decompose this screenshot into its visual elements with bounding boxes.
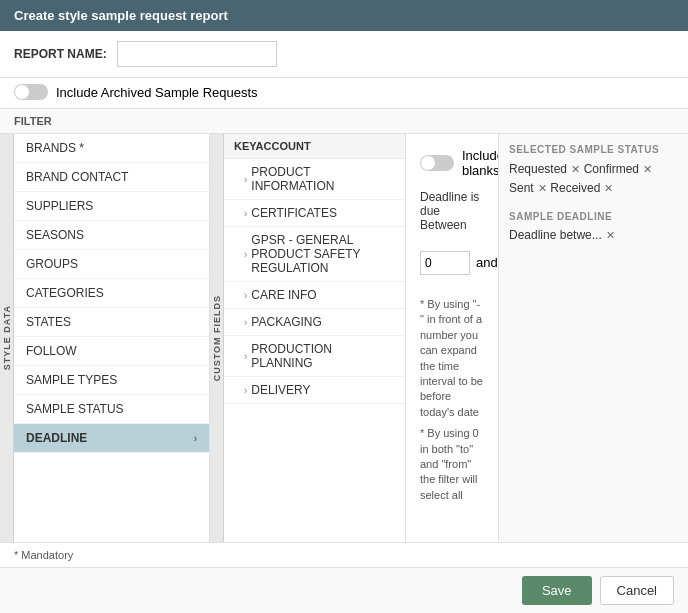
remove-confirmed-button[interactable]: ✕ [643,163,652,176]
filter-item-groups[interactable]: GROUPS [14,250,209,279]
filter-item-brand-contact[interactable]: BRAND CONTACT [14,163,209,192]
filter-item-seasons[interactable]: SEASONS [14,221,209,250]
filter-item-brands[interactable]: BRANDS * [14,134,209,163]
filter-item-follow[interactable]: FOLLOW [14,337,209,366]
modal: Create style sample request report REPOR… [0,0,688,613]
custom-item-delivery[interactable]: › DELIVERY [224,377,405,404]
sample-deadline-label: SAMPLE DEADLINE [509,211,678,222]
remove-deadline-button[interactable]: ✕ [606,229,615,242]
report-name-label: REPORT NAME: [14,47,107,61]
expand-icon: › [244,290,247,301]
filter-item-sample-types[interactable]: SAMPLE TYPES [14,366,209,395]
custom-item-packaging[interactable]: › PACKAGING [224,309,405,336]
status-requested: Requested ✕ [509,162,580,176]
expand-icon: › [244,208,247,219]
filter-item-deadline[interactable]: DEADLINE › [14,424,209,453]
archive-label: Include Archived Sample Requests [56,85,258,100]
save-button[interactable]: Save [522,576,592,605]
right-panel: SELECTED SAMPLE STATUS Requested ✕ Confi… [498,134,688,542]
cancel-button[interactable]: Cancel [600,576,674,605]
style-data-label: STYLE DATA [2,305,12,370]
filter-item-sample-status[interactable]: SAMPLE STATUS [14,395,209,424]
remove-requested-button[interactable]: ✕ [571,163,580,176]
custom-fields-label: CUSTOM FIELDS [212,295,222,381]
date-inputs-row: and day(s) from now * [420,240,484,285]
deadline-badge: Deadline betwe... ✕ [509,228,678,242]
include-blanks-toggle[interactable] [420,155,454,171]
expand-icon: › [244,249,247,260]
cf-wrapper: CUSTOM FIELDS KEYACCOUNT › PRODUCT INFOR… [210,134,406,542]
status-received: Received ✕ [550,181,613,195]
report-name-input[interactable] [117,41,277,67]
expand-icon: › [244,174,247,185]
modal-title: Create style sample request report [14,8,228,23]
main-content: STYLE DATA BRANDS * BRAND CONTACT SUPPLI… [0,134,688,542]
expand-icon: › [244,351,247,362]
middle-content: Include blanks Deadline is due Between a… [406,134,498,542]
archive-row: Include Archived Sample Requests [0,78,688,109]
custom-item-care-info[interactable]: › CARE INFO [224,282,405,309]
remove-sent-button[interactable]: ✕ [538,182,547,195]
and-label: and [476,255,498,270]
modal-header: Create style sample request report [0,0,688,31]
custom-fields-list: KEYACCOUNT › PRODUCT INFORMATION › CERTI… [224,134,406,542]
custom-item-certificates[interactable]: › CERTIFICATES [224,200,405,227]
status-confirmed: Confirmed ✕ [584,162,652,176]
date-note-2: * By using 0 in both "to" and "from" the… [420,426,484,503]
expand-icon: › [244,317,247,328]
filter-list: BRANDS * BRAND CONTACT SUPPLIERS SEASONS… [14,134,210,542]
chevron-right-icon: › [194,433,197,444]
filter-item-states[interactable]: STATES [14,308,209,337]
archive-toggle[interactable] [14,84,48,100]
remove-received-button[interactable]: ✕ [604,182,613,195]
include-blanks-row: Include blanks [420,148,484,178]
custom-fields-tab: CUSTOM FIELDS [210,134,224,542]
expand-icon: › [244,385,247,396]
custom-section-header: KEYACCOUNT [224,134,405,159]
custom-item-product-info[interactable]: › PRODUCT INFORMATION [224,159,405,200]
custom-item-gpsr[interactable]: › GPSR - GENERAL PRODUCT SAFETY REGULATI… [224,227,405,282]
include-blanks-label: Include blanks [462,148,498,178]
mandatory-note: * Mandatory [0,542,688,567]
report-name-row: REPORT NAME: [0,31,688,78]
filter-item-suppliers[interactable]: SUPPLIERS [14,192,209,221]
style-data-tab: STYLE DATA [0,134,14,542]
custom-item-production-planning[interactable]: › PRODUCTION PLANNING [224,336,405,377]
filter-label: FILTER [0,109,688,134]
deadline-between-label: Deadline is due Between [420,190,484,232]
status-sent: Sent ✕ [509,181,547,195]
selected-status-label: SELECTED SAMPLE STATUS [509,144,678,155]
date-note-1: * By using "-" in front of a number you … [420,297,484,420]
filter-item-categories[interactable]: CATEGORIES [14,279,209,308]
footer: Save Cancel [0,567,688,613]
deadline-from-input[interactable] [420,251,470,275]
